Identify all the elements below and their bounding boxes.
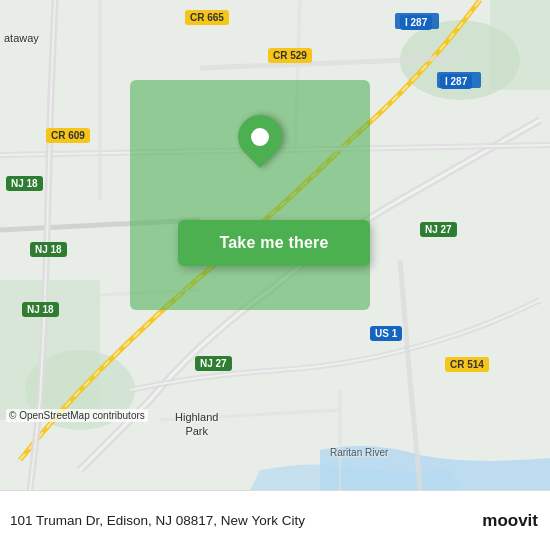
address-text: 101 Truman Dr, Edison, NJ 08817, New Yor…: [10, 513, 482, 528]
map-container: Take me there CR 665 CR 529 I 287 I 287 …: [0, 0, 550, 490]
road-badge-i287a: I 287: [400, 15, 432, 30]
moovit-logo: moovit: [482, 511, 538, 531]
bottom-bar: 101 Truman Dr, Edison, NJ 08817, New Yor…: [0, 490, 550, 550]
road-badge-us1: US 1: [370, 326, 402, 341]
moovit-wordmark: moovit: [482, 511, 538, 531]
take-me-there-button[interactable]: Take me there: [178, 220, 370, 266]
road-badge-cr529: CR 529: [268, 48, 312, 63]
place-label-gateway: ataway: [4, 32, 39, 44]
place-label-raritan-river: Raritan River: [330, 447, 388, 458]
pin-inner-dot: [251, 128, 269, 146]
road-badge-nj18a: NJ 18: [6, 176, 43, 191]
road-badge-nj18b: NJ 18: [30, 242, 67, 257]
pin-body: [229, 106, 291, 168]
place-label-highland-park: HighlandPark: [175, 410, 218, 439]
road-badge-i287b: I 287: [440, 74, 472, 89]
svg-rect-4: [490, 0, 550, 90]
road-badge-nj18c: NJ 18: [22, 302, 59, 317]
road-badge-cr609: CR 609: [46, 128, 90, 143]
osm-attribution: © OpenStreetMap contributors: [6, 409, 148, 422]
road-badge-cr514: CR 514: [445, 357, 489, 372]
road-badge-nj27b: NJ 27: [420, 222, 457, 237]
road-badge-nj27a: NJ 27: [195, 356, 232, 371]
location-pin[interactable]: [238, 115, 282, 165]
road-badge-cr665: CR 665: [185, 10, 229, 25]
